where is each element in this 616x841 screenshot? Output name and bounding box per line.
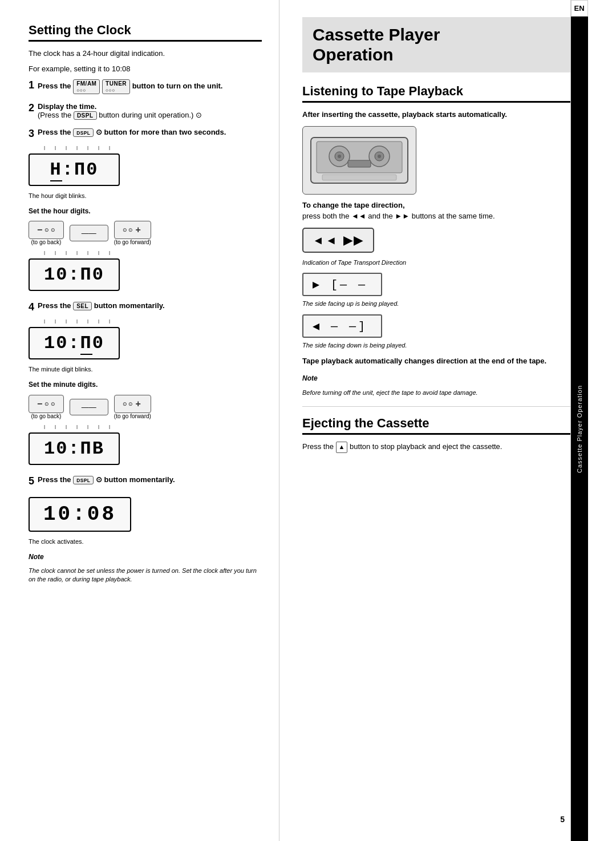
minus-btn-hour-box: − ⊙ ⊙ — [29, 221, 64, 239]
tick-7: | — [109, 145, 110, 150]
step-3-content: Press the DSPL ⊙ button for more than tw… — [38, 128, 262, 137]
go-forward-label: (to go forward) — [114, 239, 151, 245]
center-bar: —— — [82, 229, 96, 237]
right-note: Note Before turning off the unit, eject … — [302, 374, 570, 397]
display-hour-blink-wrapper: | | | | | | | H:Π0 — [29, 145, 125, 191]
step-5-number: 5 — [29, 475, 34, 488]
step-3-number: 3 — [29, 128, 34, 140]
cassette-image — [302, 126, 416, 195]
display-min-blink-wrapper: ||||||| 10:П0 — [29, 318, 125, 364]
page-number: 5 — [560, 815, 565, 824]
knob-left-hour: ⊙ ⊙ — [44, 227, 55, 233]
display-10-00: 10:Π0 — [29, 258, 120, 291]
tuner-button: TUNER○○○ — [102, 79, 130, 94]
svg-rect-8 — [348, 160, 371, 167]
step-2-sub: (Press the DSPL button during unit opera… — [38, 111, 202, 119]
minus-btn-min-box: − ⊙ ⊙ — [29, 395, 64, 413]
sel-button: SEL — [73, 302, 92, 310]
dspl-button-2: DSPL — [74, 111, 97, 120]
eject-text: Press the ▲ button to stop playback and … — [302, 442, 570, 453]
go-back-label-min: (to go back) — [29, 413, 64, 419]
plus-btn-min: ⊙ ⊙ + (to go forward) — [114, 395, 151, 419]
step-1: 1 Press the FM/AM○○○ TUNER○○○ button to … — [29, 79, 262, 94]
display-3-caption: The minute digit blinks. — [29, 365, 262, 374]
step-2-content: Display the time. (Press the DSPL button… — [38, 102, 262, 120]
setting-clock-title: Setting the Clock — [29, 23, 262, 42]
display-10-0b: 10:ПB — [29, 432, 120, 465]
eject-button-icon: ▲ — [336, 442, 348, 453]
eject-title: Ejecting the Cassette — [302, 416, 570, 435]
side-up-indicator: ▶ [— — — [302, 273, 570, 296]
side-down-display: ◀ — —] — [302, 314, 382, 338]
tick-marks-3: ||||||| — [29, 318, 125, 324]
minus-icon-min: − — [37, 399, 42, 409]
knob-right-min: ⊙ ⊙ — [123, 401, 133, 407]
main-title-line2: Operation — [313, 45, 560, 65]
step-4-content: Press the SEL button momentarily. — [38, 301, 262, 310]
intro-text-1: The clock has a 24-hour digital indicati… — [29, 48, 262, 59]
tick-marks-2: ||||||| — [29, 250, 125, 255]
step-2-bold: Display the time. — [38, 102, 96, 111]
blink-hour: H — [50, 159, 62, 181]
display-10-00-text: 10:Π0 — [44, 264, 104, 285]
right-column: Cassette Player Operation Listening to T… — [279, 0, 587, 841]
side-up-display: ▶ [— — — [302, 273, 382, 296]
after-insert-text: After inserting the cassette, playback s… — [302, 110, 570, 120]
step-2-number: 2 — [29, 102, 34, 115]
indication-label: Indication of Tape Transport Direction — [302, 258, 570, 268]
svg-rect-9 — [322, 175, 396, 180]
display-min-blink-text: 10:П0 — [44, 333, 104, 355]
side-up-caption: The side facing up is being played. — [302, 300, 570, 309]
page: Setting the Clock The clock has a 24-hou… — [0, 0, 616, 841]
direction-buttons-container: ◄◄ ▶▶ — [302, 228, 570, 253]
display-10-0b-wrapper: ||||||| 10:ПB — [29, 424, 125, 470]
section-divider — [302, 406, 570, 407]
step-1-number: 1 — [29, 79, 34, 92]
dspl-button-5: DSPL — [73, 476, 94, 484]
side-tab-container: EN Cassette Player Operation — [570, 0, 587, 841]
step-1-text: Press the FM/AM○○○ TUNER○○○ button to tu… — [38, 82, 222, 90]
display-10-08-text: 10:08 — [43, 503, 116, 526]
tick-marks-4: ||||||| — [29, 424, 125, 429]
dspl-button-3: DSPL — [73, 128, 94, 137]
step-5-text: Press the DSPL ⊙ button momentarily. — [38, 475, 175, 484]
minus-btn-min: − ⊙ ⊙ (to go back) — [29, 395, 64, 419]
display-10-00-container: ||||||| 10:Π0 — [29, 250, 262, 296]
note-title-left: Note — [29, 552, 262, 562]
step-4: 4 Press the SEL button momentarily. — [29, 301, 262, 310]
change-direction-text: press both the ◄◄ and the ►► buttons at … — [302, 212, 495, 220]
hour-buttons: − ⊙ ⊙ (to go back) —— ⊙ ⊙ + (to go forwa… — [29, 221, 262, 245]
main-title-line1: Cassette Player — [313, 25, 560, 45]
step-5-content: Press the DSPL ⊙ button momentarily. — [38, 475, 262, 484]
side-tab-en: EN — [571, 0, 588, 17]
display-10-0b-container: ||||||| 10:ПB — [29, 424, 262, 470]
auto-change-bold: Tape playback automatically changes dire… — [302, 357, 546, 365]
minus-icon-hour: − — [37, 225, 42, 235]
center-btn-hour: —— — [70, 225, 108, 241]
tick-1: | — [44, 145, 45, 150]
plus-btn-min-box: ⊙ ⊙ + — [114, 395, 151, 413]
clock-note: Note The clock cannot be set unless the … — [29, 552, 262, 584]
left-column: Setting the Clock The clock has a 24-hou… — [0, 0, 279, 841]
fmam-button: FM/AM○○○ — [73, 79, 100, 94]
plus-btn-hour-box: ⊙ ⊙ + — [114, 221, 151, 239]
tick-marks-1: | | | | | | | — [29, 145, 125, 150]
step-2: 2 Display the time. (Press the DSPL butt… — [29, 102, 262, 120]
intro-text-2: For example, setting it to 10:08 — [29, 64, 262, 75]
tick-3: | — [66, 145, 67, 150]
side-down-caption: The side facing down is being played. — [302, 341, 570, 350]
blink-min: Π0 — [74, 159, 98, 180]
change-direction-bold: To change the tape direction, — [302, 201, 405, 209]
plus-icon-min: + — [135, 399, 140, 409]
note-text-left: The clock cannot be set unless the power… — [29, 567, 262, 584]
plus-icon-hour: + — [135, 225, 140, 235]
tick-2: | — [55, 145, 56, 150]
knob-left-min: ⊙ ⊙ — [44, 401, 55, 407]
step-4-number: 4 — [29, 301, 34, 314]
center-bar-min: —— — [82, 403, 96, 411]
go-forward-label-min: (to go forward) — [114, 413, 151, 419]
listening-title: Listening to Tape Playback — [302, 84, 570, 103]
knob-right-hour: ⊙ ⊙ — [123, 227, 133, 233]
colon-1: : — [62, 159, 74, 180]
display-10-00-wrapper: ||||||| 10:Π0 — [29, 250, 125, 296]
